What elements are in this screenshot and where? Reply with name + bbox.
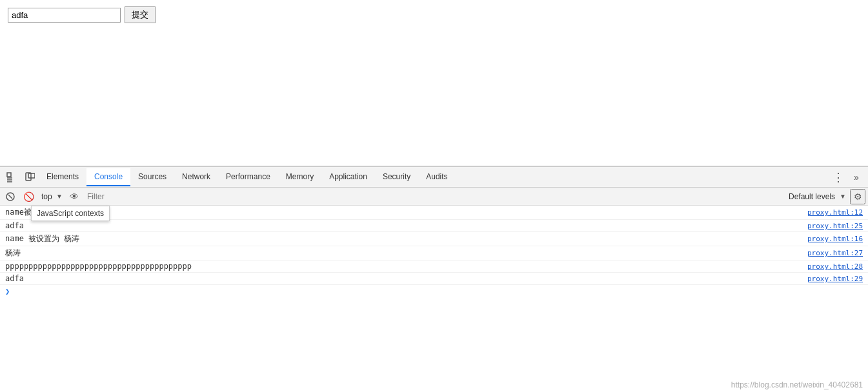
tabs-right-controls: ⋮ » bbox=[829, 168, 865, 186]
filter-input[interactable] bbox=[85, 191, 783, 202]
console-log-area: name被设置 proxy.html:12 adfa proxy.html:25… bbox=[0, 206, 868, 392]
levels-select-input[interactable]: Default levels bbox=[786, 191, 847, 202]
log-text: name 被设置为 杨涛 bbox=[5, 233, 807, 244]
eye-icon-button[interactable]: 👁 bbox=[66, 189, 82, 204]
tab-elements[interactable]: Elements bbox=[39, 168, 86, 186]
context-select-input[interactable]: top bbox=[39, 191, 64, 202]
devtools-tabs-bar: Elements Console Sources Network Perform… bbox=[0, 167, 868, 188]
log-link[interactable]: proxy.html:28 bbox=[807, 262, 863, 271]
log-text: pppppppppppppppppppppppppppppppppppppppp bbox=[5, 262, 807, 271]
log-link[interactable]: proxy.html:25 bbox=[807, 222, 863, 230]
page-area: 提交 bbox=[0, 0, 868, 166]
context-tooltip: JavaScript contexts bbox=[31, 206, 110, 221]
name-input[interactable] bbox=[8, 8, 121, 23]
tab-memory[interactable]: Memory bbox=[278, 168, 321, 186]
device-toolbar-icon[interactable] bbox=[21, 168, 39, 186]
settings-icon-button[interactable]: ⚙ bbox=[850, 189, 865, 204]
log-text: 杨涛 bbox=[5, 248, 807, 259]
tab-performance[interactable]: Performance bbox=[218, 168, 278, 186]
page-form: 提交 bbox=[8, 6, 860, 23]
tab-audits[interactable]: Audits bbox=[418, 168, 455, 186]
clear-console-button[interactable] bbox=[3, 189, 18, 204]
tab-network[interactable]: Network bbox=[174, 168, 218, 186]
log-text: adfa bbox=[5, 221, 807, 230]
console-prompt[interactable]: ❯ bbox=[0, 285, 868, 298]
submit-button[interactable]: 提交 bbox=[125, 6, 156, 23]
context-selector[interactable]: top ▼ bbox=[39, 191, 64, 202]
log-row: pppppppppppppppppppppppppppppppppppppppp… bbox=[0, 260, 868, 273]
inspect-element-icon[interactable] bbox=[3, 168, 21, 186]
console-toolbar: 🚫 top ▼ 👁 Default levels ▼ ⚙ JavaScript … bbox=[0, 188, 868, 206]
log-text: name被设置 bbox=[5, 207, 807, 218]
watermark: https://blog.csdn.net/weixin_40402681 bbox=[731, 380, 863, 389]
log-link[interactable]: proxy.html:16 bbox=[807, 235, 863, 243]
log-row: adfa proxy.html:29 bbox=[0, 273, 868, 285]
svg-rect-0 bbox=[7, 173, 11, 177]
log-row: name被设置 proxy.html:12 bbox=[0, 206, 868, 220]
block-button[interactable]: 🚫 bbox=[21, 189, 36, 204]
log-row: adfa proxy.html:25 bbox=[0, 220, 868, 232]
more-options-button[interactable]: ⋮ bbox=[829, 168, 847, 186]
expand-devtools-button[interactable]: » bbox=[847, 168, 865, 186]
tab-application[interactable]: Application bbox=[321, 168, 375, 186]
svg-line-7 bbox=[8, 195, 12, 199]
log-row: 杨涛 proxy.html:27 bbox=[0, 246, 868, 260]
devtools-panel: Elements Console Sources Network Perform… bbox=[0, 166, 868, 392]
prompt-caret: ❯ bbox=[5, 287, 10, 296]
log-row: name 被设置为 杨涛 proxy.html:16 bbox=[0, 232, 868, 246]
tab-console[interactable]: Console bbox=[86, 168, 130, 186]
levels-selector[interactable]: Default levels ▼ bbox=[786, 191, 847, 202]
tab-security[interactable]: Security bbox=[375, 168, 418, 186]
log-text: adfa bbox=[5, 274, 807, 283]
log-link[interactable]: proxy.html:27 bbox=[807, 249, 863, 257]
log-link[interactable]: proxy.html:29 bbox=[807, 275, 863, 283]
tab-sources[interactable]: Sources bbox=[130, 168, 174, 186]
svg-rect-5 bbox=[28, 173, 35, 178]
log-link[interactable]: proxy.html:12 bbox=[807, 208, 863, 217]
